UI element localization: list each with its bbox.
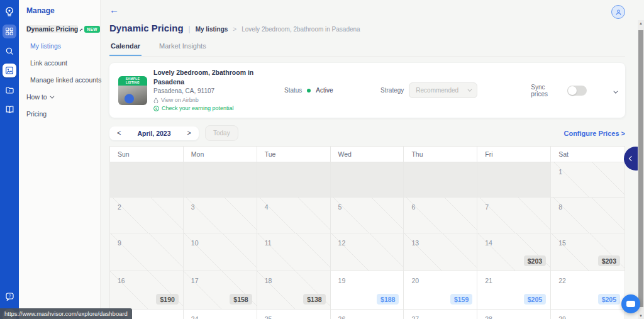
calendar-day-cell-16[interactable]: 16$190 <box>110 271 184 309</box>
sync-prices-toggle[interactable] <box>567 86 587 96</box>
calendar-day-cell-20[interactable]: 20$159 <box>404 271 477 309</box>
price-badge[interactable]: $203 <box>598 255 620 266</box>
back-arrow-icon[interactable]: ← <box>109 5 119 14</box>
listings-image-icon[interactable] <box>3 64 16 77</box>
calendar-day-cell-19[interactable]: 19$188 <box>331 271 404 309</box>
scroll-up-arrow-icon[interactable]: ▲ <box>638 21 644 25</box>
price-badge[interactable]: $205 <box>598 294 620 305</box>
page-title: Dynamic Pricing <box>109 23 184 33</box>
day-number: 10 <box>191 239 199 247</box>
calendar-week-row: 16$19017$15818$13819$18820$15921$20522$2… <box>110 271 625 309</box>
expand-card-chevron-icon[interactable] <box>613 85 616 96</box>
strategy-select[interactable]: Recommended <box>409 82 477 98</box>
price-badge[interactable]: $138 <box>303 294 325 305</box>
day-number: 18 <box>265 277 272 284</box>
day-number: 9 <box>118 239 121 247</box>
calendar-day-cell-24[interactable]: 24$150 <box>184 309 257 319</box>
chat-widget-button[interactable] <box>621 294 640 313</box>
price-badge[interactable]: $159 <box>450 294 472 305</box>
day-number: 17 <box>191 277 199 284</box>
view-on-airbnb-link[interactable]: View on Airbnb <box>153 96 284 104</box>
airbnb-icon <box>153 98 158 103</box>
calendar-day-cell-12[interactable]: 12 <box>331 233 404 271</box>
calendar-week-row: 1 <box>110 162 625 197</box>
calendar-day-cell-17[interactable]: 17$158 <box>184 271 257 309</box>
calendar-day-cell-25[interactable]: 25$160 <box>257 309 331 319</box>
day-number: 29 <box>558 315 566 319</box>
breadcrumb-section[interactable]: My listings <box>196 26 228 33</box>
listing-thumbnail: SAMPLE LISTING <box>118 76 147 105</box>
price-badge[interactable]: $203 <box>524 255 546 266</box>
calendar-day-cell-8[interactable]: 8 <box>551 197 625 233</box>
price-badge[interactable]: $158 <box>230 294 252 305</box>
tab-calendar[interactable]: Calendar <box>109 42 142 56</box>
tab-market-insights[interactable]: Market Insights <box>158 42 208 56</box>
calendar-day-cell-6[interactable]: 6 <box>404 197 477 233</box>
calendar-day-cell-15[interactable]: 15$203 <box>551 233 625 271</box>
day-number: 4 <box>265 203 269 211</box>
calendar-day-cell-18[interactable]: 18$138 <box>257 271 331 309</box>
earning-potential-link[interactable]: $ Check your earning potential <box>153 104 284 113</box>
page-header: Dynamic Pricing | My listings > Lovely 2… <box>109 23 625 33</box>
day-number: 5 <box>338 203 342 211</box>
calendar-day-cell-10[interactable]: 10 <box>184 233 257 271</box>
price-badge[interactable]: $188 <box>377 294 399 305</box>
calendar-day-cell-2[interactable]: 2 <box>110 197 184 233</box>
calendar-day-cell-14[interactable]: 14$203 <box>477 233 551 271</box>
sidebar-item-pricing[interactable]: Pricing <box>26 110 100 118</box>
scroll-down-arrow-icon[interactable]: ▼ <box>638 314 644 318</box>
chevron-down-icon <box>50 94 54 98</box>
help-bubble-icon[interactable]: ? <box>3 289 16 303</box>
vertical-scrollbar[interactable]: ▲ ▼ <box>638 20 644 319</box>
folder-icon[interactable] <box>3 83 16 97</box>
price-badge[interactable]: $190 <box>156 294 178 305</box>
day-header-wed: Wed <box>331 147 404 162</box>
calendar-day-cell-27[interactable]: 27$151 <box>404 309 477 319</box>
calendar-day-cell-13[interactable]: 13 <box>404 233 477 271</box>
day-header-sat: Sat <box>551 147 625 162</box>
calendar-day-cell-26[interactable]: 26$189 <box>331 309 404 319</box>
prev-month-button[interactable]: < <box>117 130 121 137</box>
calendar-day-cell-9[interactable]: 9 <box>110 233 184 271</box>
strategy-label: Strategy <box>380 87 404 94</box>
sidebar-item-link-account[interactable]: Link account <box>26 59 100 67</box>
calendar-day-cell-5[interactable]: 5 <box>331 197 404 233</box>
chevron-down-icon <box>467 87 472 92</box>
svg-text:?: ? <box>8 294 11 298</box>
calendar-day-cell-29[interactable]: 29$174 <box>551 309 625 319</box>
calendar-day-cell-3[interactable]: 3 <box>184 197 257 233</box>
day-header-thu: Thu <box>404 147 477 162</box>
calendar-day-cell-28[interactable]: 28$154 <box>477 309 551 319</box>
sidebar-item-manage-linked-accounts[interactable]: Manage linked accounts <box>26 76 100 84</box>
sidebar-item-how-to[interactable]: How to <box>26 93 100 101</box>
price-badge[interactable]: $205 <box>524 294 546 305</box>
tab-bar: Calendar Market Insights <box>109 42 625 57</box>
calendar-empty-cell <box>184 162 257 197</box>
configure-prices-link[interactable]: Configure Prices > <box>564 130 625 137</box>
day-number: 6 <box>411 203 415 211</box>
day-number: 27 <box>411 315 419 319</box>
today-button[interactable]: Today <box>205 125 238 141</box>
calendar-day-cell-4[interactable]: 4 <box>257 197 331 233</box>
book-icon[interactable] <box>3 103 16 116</box>
sidebar-item-my-listings[interactable]: My listings <box>26 42 100 50</box>
day-number: 24 <box>191 315 199 319</box>
chevron-left-icon <box>629 156 634 161</box>
logo-pin-icon[interactable] <box>3 5 16 19</box>
next-month-button[interactable]: > <box>187 130 191 137</box>
dollar-circle-icon: $ <box>153 106 159 111</box>
search-icon[interactable] <box>3 44 16 58</box>
calendar-week-row: 2345678 <box>110 197 625 233</box>
new-badge: NEW <box>84 26 100 33</box>
calendar-day-cell-1[interactable]: 1 <box>551 162 625 197</box>
calendar-day-cell-21[interactable]: 21$205 <box>477 271 551 309</box>
dashboard-grid-icon[interactable] <box>3 25 16 38</box>
scrollbar-thumb[interactable] <box>638 30 643 307</box>
calendar-day-cell-11[interactable]: 11 <box>257 233 331 271</box>
pricing-calendar: SunMonTueWedThuFriSat 123456789101112131… <box>109 146 625 319</box>
calendar-day-cell-7[interactable]: 7 <box>477 197 551 233</box>
user-avatar[interactable] <box>611 5 625 19</box>
strategy-group: Strategy Recommended <box>380 82 477 98</box>
calendar-day-cell-22[interactable]: 22$205 <box>551 271 625 309</box>
sidebar-item-dynamic-pricing[interactable]: Dynamic PricingNEW <box>26 25 100 33</box>
